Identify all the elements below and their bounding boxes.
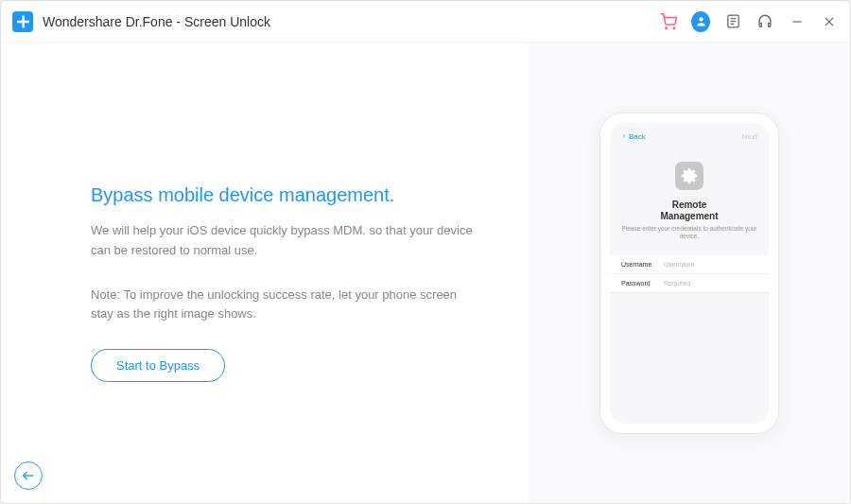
cart-icon[interactable]	[659, 12, 678, 31]
phone-username-field: Username Username	[610, 255, 769, 274]
phone-next-label: Next	[742, 132, 757, 141]
phone-title: RemoteManagement	[621, 200, 757, 222]
username-placeholder: Username	[664, 261, 694, 268]
minimize-icon[interactable]	[788, 12, 807, 31]
phone-back-label: Back	[629, 132, 646, 141]
phone-center: RemoteManagement Please enter your crede…	[621, 162, 757, 241]
svg-point-0	[666, 27, 668, 29]
phone-fields: Username Username Password Required	[621, 255, 757, 293]
phone-back-link: Back	[621, 132, 757, 141]
password-placeholder: Required	[664, 280, 690, 287]
close-icon[interactable]	[820, 12, 839, 31]
note-text: Note: To improve the unlocking success r…	[91, 286, 481, 325]
feedback-icon[interactable]	[723, 12, 742, 31]
username-label: Username	[621, 261, 664, 268]
page-heading: Bypass mobile device management.	[91, 184, 481, 206]
phone-subtitle: Please enter your credentials to authent…	[621, 225, 757, 241]
svg-point-2	[699, 17, 703, 21]
start-bypass-button[interactable]: Start to Bypass	[91, 349, 225, 382]
app-window: Wondershare Dr.Fone - Screen Unlock	[0, 0, 851, 504]
support-icon[interactable]	[755, 12, 774, 31]
phone-mockup: Back Next RemoteManagement Please enter …	[599, 113, 779, 434]
right-panel: Back Next RemoteManagement Please enter …	[529, 43, 850, 503]
titlebar-actions	[659, 12, 839, 31]
left-panel: Bypass mobile device management. We will…	[1, 43, 529, 503]
titlebar: Wondershare Dr.Fone - Screen Unlock	[1, 1, 850, 43]
gear-icon	[675, 162, 703, 190]
content-area: Bypass mobile device management. We will…	[1, 43, 850, 503]
password-label: Password	[621, 280, 664, 287]
app-title: Wondershare Dr.Fone - Screen Unlock	[43, 14, 270, 29]
phone-screen: Back Next RemoteManagement Please enter …	[610, 123, 769, 424]
user-icon[interactable]	[691, 12, 710, 31]
description-text: We will help your iOS device quickly byp…	[91, 221, 481, 261]
app-logo-icon	[12, 11, 33, 32]
back-button[interactable]	[14, 461, 43, 490]
svg-point-1	[673, 27, 675, 29]
phone-password-field: Password Required	[610, 274, 769, 293]
